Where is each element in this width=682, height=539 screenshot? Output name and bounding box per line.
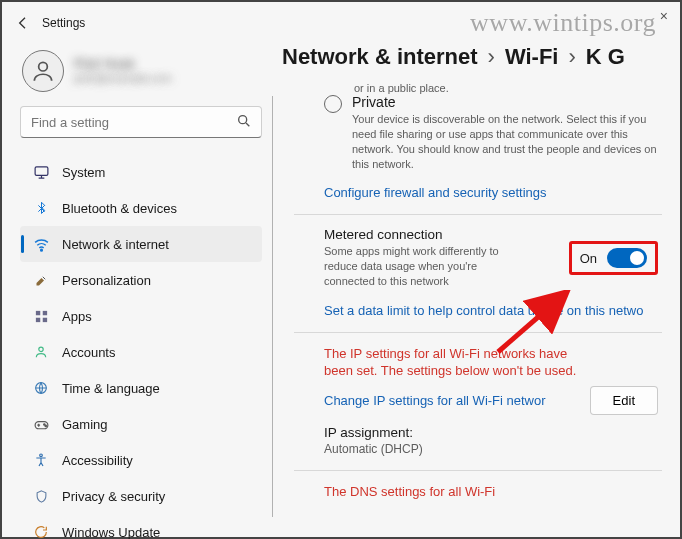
sidebar-item-personalization[interactable]: Personalization bbox=[20, 262, 262, 298]
firewall-link[interactable]: Configure firewall and security settings bbox=[324, 185, 658, 200]
svg-point-3 bbox=[40, 249, 42, 251]
profile-name[interactable]: Piotr Noak bbox=[74, 56, 172, 72]
breadcrumb-b[interactable]: Wi-Fi bbox=[505, 44, 559, 70]
sidebar-item-bluetooth[interactable]: Bluetooth & devices bbox=[20, 190, 262, 226]
sidebar-item-label: System bbox=[62, 165, 105, 180]
sidebar-item-label: Bluetooth & devices bbox=[62, 201, 177, 216]
svg-rect-5 bbox=[42, 310, 46, 314]
change-ip-link[interactable]: Change IP settings for all Wi-Fi networ bbox=[324, 393, 546, 408]
sidebar-item-label: Time & language bbox=[62, 381, 160, 396]
svg-rect-2 bbox=[35, 166, 48, 175]
sidebar-item-label: Windows Update bbox=[62, 525, 160, 540]
data-limit-link[interactable]: Set a data limit to help control data us… bbox=[324, 303, 658, 318]
sidebar-item-label: Accessibility bbox=[62, 453, 133, 468]
breadcrumb-a[interactable]: Network & internet bbox=[282, 44, 478, 70]
metered-toggle-label: On bbox=[580, 251, 597, 266]
svg-rect-6 bbox=[35, 317, 39, 321]
metered-toggle[interactable] bbox=[607, 248, 647, 268]
app-title: Settings bbox=[42, 16, 85, 30]
metered-toggle-highlight: On bbox=[569, 241, 658, 275]
sidebar-item-label: Network & internet bbox=[62, 237, 169, 252]
chevron-right-icon: › bbox=[488, 44, 495, 70]
sidebar-item-network[interactable]: Network & internet bbox=[20, 226, 262, 262]
privacy-icon bbox=[32, 487, 50, 505]
close-icon[interactable]: × bbox=[660, 8, 668, 24]
svg-rect-4 bbox=[35, 310, 39, 314]
svg-point-8 bbox=[39, 347, 43, 351]
sidebar-item-label: Privacy & security bbox=[62, 489, 165, 504]
svg-point-13 bbox=[40, 454, 43, 457]
dns-warning: The DNS settings for all Wi-Fi bbox=[324, 483, 658, 501]
svg-point-1 bbox=[239, 116, 247, 124]
time-language-icon bbox=[32, 379, 50, 397]
personalization-icon bbox=[32, 271, 50, 289]
wifi-icon bbox=[32, 235, 50, 253]
metered-title: Metered connection bbox=[324, 227, 524, 242]
breadcrumb: Network & internet › Wi-Fi › K G bbox=[282, 44, 662, 70]
sidebar-item-windows-update[interactable]: Windows Update bbox=[20, 514, 262, 539]
search-icon bbox=[236, 113, 252, 129]
sidebar-item-label: Personalization bbox=[62, 273, 151, 288]
sidebar-item-label: Gaming bbox=[62, 417, 108, 432]
sidebar-item-accounts[interactable]: Accounts bbox=[20, 334, 262, 370]
metered-desc: Some apps might work differently to redu… bbox=[324, 244, 524, 289]
sidebar-item-apps[interactable]: Apps bbox=[20, 298, 262, 334]
svg-point-0 bbox=[39, 62, 48, 71]
sidebar-item-label: Accounts bbox=[62, 345, 115, 360]
avatar[interactable] bbox=[22, 50, 64, 92]
sidebar-item-privacy[interactable]: Privacy & security bbox=[20, 478, 262, 514]
sidebar-item-accessibility[interactable]: Accessibility bbox=[20, 442, 262, 478]
ip-assignment-label: IP assignment: bbox=[324, 425, 658, 440]
sidebar-item-time-language[interactable]: Time & language bbox=[20, 370, 262, 406]
ip-warning: The IP settings for all Wi-Fi networks h… bbox=[324, 345, 584, 380]
private-radio[interactable] bbox=[324, 95, 342, 113]
back-icon[interactable] bbox=[14, 14, 32, 32]
svg-rect-7 bbox=[42, 317, 46, 321]
private-desc: Your device is discoverable on the netwo… bbox=[352, 112, 658, 171]
sidebar-item-gaming[interactable]: Gaming bbox=[20, 406, 262, 442]
system-icon bbox=[32, 163, 50, 181]
profile-email: piotr@example.com bbox=[74, 72, 172, 86]
windows-update-icon bbox=[32, 523, 50, 539]
ip-assignment-value: Automatic (DHCP) bbox=[324, 442, 658, 456]
edit-button[interactable]: Edit bbox=[590, 386, 658, 415]
bluetooth-icon bbox=[32, 199, 50, 217]
sidebar-item-label: Apps bbox=[62, 309, 92, 324]
accounts-icon bbox=[32, 343, 50, 361]
breadcrumb-c: K G bbox=[586, 44, 625, 70]
accessibility-icon bbox=[32, 451, 50, 469]
gaming-icon bbox=[32, 415, 50, 433]
search-input[interactable] bbox=[20, 106, 262, 138]
chevron-right-icon: › bbox=[568, 44, 575, 70]
sidebar-item-system[interactable]: System bbox=[20, 154, 262, 190]
private-title: Private bbox=[352, 94, 658, 110]
prev-option-tail: or in a public place. bbox=[354, 82, 662, 94]
apps-icon bbox=[32, 307, 50, 325]
svg-point-12 bbox=[45, 425, 46, 426]
